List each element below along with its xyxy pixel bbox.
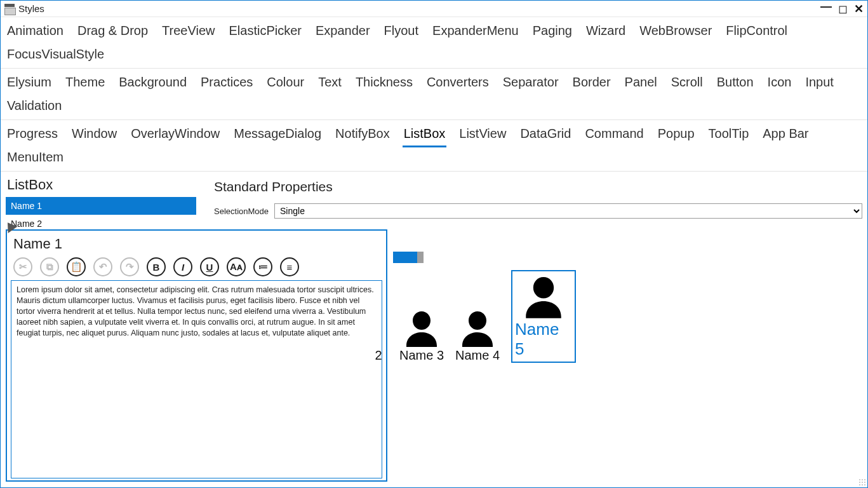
- bulleted-list-icon[interactable]: ≔: [253, 257, 272, 276]
- tab-colour[interactable]: Colour: [265, 72, 305, 96]
- selection-mode-label: SelectionMode: [214, 207, 274, 216]
- editor-toolbar: ✂⧉📋↶↷BIUAᴀ≔≡: [11, 256, 382, 280]
- redo-icon: ↷: [120, 257, 139, 276]
- minimize-button[interactable]: —: [820, 1, 832, 12]
- card-label: Name 5: [515, 320, 572, 359]
- titlebar: Styles — ◻ ✕: [1, 1, 867, 17]
- tab-animation[interactable]: Animation: [6, 21, 65, 44]
- justify-icon[interactable]: ≡: [280, 257, 299, 276]
- listbox-item[interactable]: Name 1: [6, 197, 196, 215]
- close-button[interactable]: ✕: [854, 3, 864, 15]
- tab-overlaywindow[interactable]: OverlayWindow: [130, 124, 221, 147]
- tab-messagedialog[interactable]: MessageDialog: [232, 124, 323, 147]
- tab-expander[interactable]: Expander: [314, 21, 371, 44]
- tab-elasticpicker[interactable]: ElasticPicker: [227, 21, 302, 44]
- tab-treeview[interactable]: TreeView: [161, 21, 216, 44]
- editor-textarea[interactable]: Lorem ipsum dolor sit amet, consectetur …: [11, 280, 382, 478]
- tab-flipcontrol[interactable]: FlipControl: [724, 21, 789, 44]
- tab-listbox[interactable]: ListBox: [403, 124, 447, 147]
- tab-background[interactable]: Background: [117, 72, 188, 96]
- copy-icon: ⧉: [40, 257, 59, 276]
- tab-command[interactable]: Command: [584, 124, 644, 147]
- maximize-button[interactable]: ◻: [838, 3, 848, 15]
- tab-text[interactable]: Text: [317, 72, 343, 96]
- app-icon: [4, 4, 15, 14]
- card-strip: 2Name 3Name 4Name 5: [388, 270, 576, 363]
- tab-converters[interactable]: Converters: [425, 72, 490, 96]
- tab-icon[interactable]: Icon: [766, 72, 793, 96]
- italic-icon[interactable]: I: [173, 257, 192, 276]
- tab-elysium[interactable]: Elysium: [6, 72, 53, 96]
- tab-progress[interactable]: Progress: [6, 124, 59, 147]
- tab-popup[interactable]: Popup: [657, 124, 696, 147]
- tab-wizard[interactable]: Wizard: [585, 21, 627, 44]
- popup-title: Name 1: [13, 236, 382, 252]
- tab-thickness[interactable]: Thickness: [354, 72, 414, 96]
- cut-icon: ✂: [13, 257, 32, 276]
- page-heading: ListBox: [7, 177, 203, 193]
- bold-icon[interactable]: B: [147, 257, 166, 276]
- tab-paging[interactable]: Paging: [531, 21, 573, 44]
- detail-popup: Name 1 ✂⧉📋↶↷BIUAᴀ≔≡ Lorem ipsum dolor si…: [6, 229, 387, 482]
- tab-app-bar[interactable]: App Bar: [761, 124, 810, 147]
- resize-grip[interactable]: [858, 478, 866, 486]
- person-icon: [457, 308, 498, 348]
- app-window: Styles — ◻ ✕ AnimationDrag & DropTreeVie…: [0, 0, 868, 488]
- person-card[interactable]: Name 4: [455, 308, 500, 363]
- tab-input[interactable]: Input: [804, 72, 834, 96]
- tab-scroll[interactable]: Scroll: [670, 72, 704, 96]
- standard-properties-title: Standard Properties: [214, 179, 862, 194]
- window-title: Styles: [18, 3, 44, 14]
- tab-datagrid[interactable]: DataGrid: [519, 124, 572, 147]
- tab-menuitem[interactable]: MenuItem: [6, 147, 65, 171]
- font-size-icon[interactable]: Aᴀ: [227, 257, 246, 276]
- card-label: 2: [375, 348, 382, 363]
- person-icon: [401, 308, 442, 348]
- tab-border[interactable]: Border: [571, 72, 612, 96]
- tab-window[interactable]: Window: [70, 124, 118, 147]
- person-card[interactable]: Name 5: [511, 270, 576, 363]
- tab-focusvisualstyle[interactable]: FocusVisualStyle: [6, 44, 105, 68]
- tabs-row-1: AnimationDrag & DropTreeViewElasticPicke…: [1, 17, 867, 69]
- underline-icon[interactable]: U: [200, 257, 219, 276]
- tab-listview[interactable]: ListView: [458, 124, 507, 147]
- tab-button[interactable]: Button: [716, 72, 755, 96]
- person-icon: [518, 273, 569, 320]
- tab-flyout[interactable]: Flyout: [383, 21, 420, 44]
- tabs-row-3: ProgressWindowOverlayWindowMessageDialog…: [1, 120, 867, 172]
- card-label: Name 4: [455, 348, 500, 363]
- tab-webbrowser[interactable]: WebBrowser: [638, 21, 713, 44]
- selection-mode-combo[interactable]: Single: [274, 203, 862, 219]
- row-deselection-toggle[interactable]: [393, 252, 424, 263]
- undo-icon: ↶: [93, 257, 112, 276]
- tab-panel[interactable]: Panel: [624, 72, 658, 96]
- tab-expandermenu[interactable]: ExpanderMenu: [431, 21, 520, 44]
- tab-notifybox[interactable]: NotifyBox: [334, 124, 391, 147]
- card-label: Name 3: [399, 348, 444, 363]
- tab-theme[interactable]: Theme: [64, 72, 106, 96]
- tabs-row-2: ElysiumThemeBackgroundPracticesColourTex…: [1, 69, 867, 120]
- tab-practices[interactable]: Practices: [199, 72, 254, 96]
- tab-drag-drop[interactable]: Drag & Drop: [76, 21, 149, 44]
- paste-icon[interactable]: 📋: [67, 257, 86, 276]
- tab-separator[interactable]: Separator: [502, 72, 560, 96]
- selection-mode-row: SelectionMode Single: [214, 203, 862, 219]
- tab-tooltip[interactable]: ToolTip: [707, 124, 751, 147]
- window-controls: — ◻ ✕: [820, 3, 864, 15]
- tab-validation[interactable]: Validation: [6, 96, 63, 119]
- person-card[interactable]: Name 3: [399, 308, 444, 363]
